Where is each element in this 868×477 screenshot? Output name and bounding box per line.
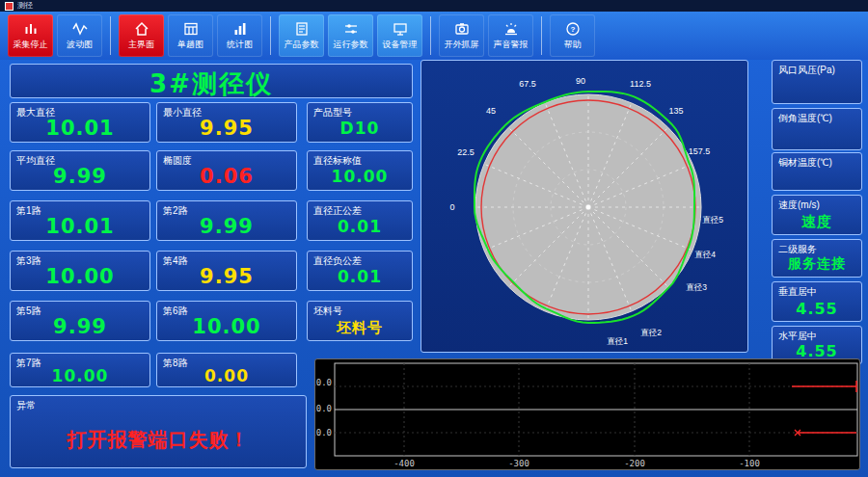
status-box-secondary-service: 二级服务 服务连接 [772,239,862,278]
metric-box-ovality: 椭圆度 0.06 [156,150,297,191]
status-box-vertical-center: 垂直居中 4.55 [772,281,862,322]
metric-label: 坯料号 [313,305,342,318]
alarm-message-box: 异常 打开报警端口失败！ [10,395,307,468]
metric-value: 9.95 [157,117,296,140]
metric-label: 产品型号 [313,106,352,119]
polar-angle-label: 157.5 [689,146,711,156]
metric-value: 坯料号 [308,319,412,337]
toolbar-button-screen-capture[interactable]: 开外抓屏 [439,14,484,57]
toolbar-button-single-pass-chart[interactable]: 单趟图 [168,14,213,57]
metric-box-channel-1: 第1路 10.01 [10,200,150,241]
metric-box-channel-5: 第5路 9.99 [10,301,150,341]
document-list-icon [294,21,310,37]
toolbar-button-label: 运行参数 [334,39,368,51]
metric-box-channel-4: 第4路 9.95 [156,251,297,291]
svg-text:?: ? [570,25,575,34]
metric-value: 10.01 [11,215,149,238]
toolbar: 采集停止 波动图 主界面 单趟图 统计图 产品参数 运行参数 [0,12,868,60]
toolbar-button-label: 声音警报 [494,39,529,51]
waveform-icon [72,21,88,37]
x-axis-tick: -100 [739,459,760,468]
toolbar-button-main-screen[interactable]: 主界面 [119,14,164,57]
toolbar-button-label: 开外抓屏 [445,39,479,51]
y-axis-tick: 10.0 [315,428,332,437]
trend-strip-chart: 10.0 10.0 10.0 -400 -300 -200 -100 [314,358,860,470]
toolbar-separator [110,16,111,55]
status-label: 垂直居中 [778,285,817,299]
toolbar-button-help[interactable]: ? 帮助 [550,14,595,57]
metric-value: 9.99 [157,215,296,238]
metric-value: 0.01 [308,217,412,236]
metric-value: 9.99 [11,315,149,338]
status-box-copper-temp: 铜材温度(℃) [772,152,862,191]
toolbar-button-sound-alarm[interactable]: 声音警报 [488,14,533,57]
toolbar-button-label: 采集停止 [14,39,48,51]
metric-box-channel-2: 第2路 9.99 [156,200,297,241]
toolbar-button-run-params[interactable]: 运行参数 [328,14,373,57]
status-label: 速度(m/s) [778,199,820,212]
titlebar: 测径 [0,0,868,12]
grid-chart-icon [183,21,199,37]
toolbar-button-label: 单趟图 [177,39,203,51]
toolbar-button-statistics-chart[interactable]: 统计图 [217,14,262,57]
polar-angle-label: 22.5 [457,147,475,157]
polar-diameter-chart: 90 112.5 135 157.5 67.5 45 22.5 0 直径1 直径… [420,60,748,353]
status-label: 水平居中 [778,330,817,343]
toolbar-button-device-manage[interactable]: 设备管理 [377,14,422,57]
x-axis-tick: -200 [624,459,645,468]
gauge-title-box: 3#测径仪 [10,64,413,98]
toolbar-button-product-params[interactable]: 产品参数 [279,14,324,57]
metric-box-channel-6: 第6路 10.00 [156,301,297,341]
monitor-icon [393,21,408,37]
toolbar-button-label: 主界面 [128,39,154,51]
metric-box-channel-3: 第3路 10.00 [10,251,150,291]
toolbar-separator [270,16,271,55]
metric-box-min-diameter: 最小直径 9.95 [156,102,297,143]
help-icon: ? [565,21,581,37]
metric-value: 10.01 [11,117,149,140]
polar-angle-label: 67.5 [519,79,536,89]
polar-chart-svg: 90 112.5 135 157.5 67.5 45 22.5 0 直径1 直径… [421,61,747,352]
home-icon [134,21,149,37]
metric-box-channel-7: 第7路 10.00 [10,353,150,387]
toolbar-button-wave-chart[interactable]: 波动图 [57,14,102,57]
metric-label: 直径标称值 [313,154,362,168]
app-window: 测径 采集停止 波动图 主界面 单趟图 统计图 产品参数 [0,0,868,477]
metric-label: 直径正公差 [313,204,362,218]
polar-center-dot [586,205,590,209]
status-value: 4.55 [773,300,861,318]
polar-diameter-label: 直径2 [640,328,662,337]
toolbar-button-label: 产品参数 [285,39,319,51]
polar-angle-label: 135 [668,106,683,116]
status-box-chamfer-temp: 倒角温度(℃) [772,108,862,150]
metric-box-product-model: 产品型号 D10 [307,102,413,143]
status-box-wind-pressure: 风口风压(Pa) [772,60,862,104]
polar-diameter-label: 直径4 [694,250,716,259]
metric-box-billet-no: 坯料号 坯料号 [307,301,413,341]
metric-value: 0.01 [308,267,412,286]
status-label: 风口风压(Pa) [778,64,835,77]
camera-icon [454,21,470,37]
alarm-siren-icon [503,21,519,37]
metric-value: 10.00 [11,265,149,288]
polar-angle-label: 90 [576,76,585,86]
metric-value: 10.00 [11,366,149,385]
metric-box-max-diameter: 最大直径 10.01 [10,102,150,143]
x-axis-tick: -300 [508,459,529,468]
status-box-speed: 速度(m/s) 速度 [772,195,862,235]
toolbar-button-label: 帮助 [564,39,582,51]
bar-chart-icon [232,21,248,37]
app-icon [5,2,14,11]
metric-value: 9.99 [11,165,149,188]
status-label: 倒角温度(℃) [778,112,832,125]
equalizer-bars-icon [23,21,39,37]
polar-diameter-label: 直径3 [686,282,707,292]
metric-value: 0.06 [157,165,296,188]
alarm-label: 异常 [16,399,36,412]
metric-box-avg-diameter: 平均直径 9.99 [10,150,150,191]
metric-box-nominal-diameter: 直径标称值 10.00 [307,150,413,191]
toolbar-button-collect-stop[interactable]: 采集停止 [8,14,53,57]
metric-box-minus-tolerance: 直径负公差 0.01 [307,251,413,291]
gauge-title: 3#测径仪 [11,67,412,101]
status-value: 服务连接 [773,255,861,273]
